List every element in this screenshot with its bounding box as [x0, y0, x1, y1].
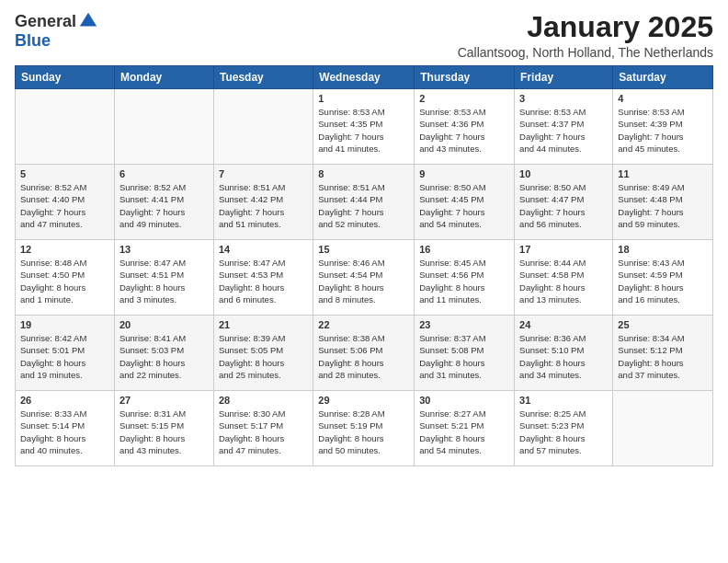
logo-blue-text: Blue [15, 31, 51, 51]
logo-general-text: General [15, 12, 76, 31]
day-number: 9 [419, 168, 509, 179]
calendar-cell-4-3: 29Sunrise: 8:28 AM Sunset: 5:19 PM Dayli… [313, 391, 415, 466]
day-number: 8 [318, 168, 409, 179]
day-number: 29 [318, 395, 409, 406]
subtitle: Callantsoog, North Holland, The Netherla… [458, 45, 713, 60]
header-sunday: Sunday [16, 66, 115, 89]
week-row-1: 1Sunrise: 8:53 AM Sunset: 4:35 PM Daylig… [16, 89, 713, 165]
day-info: Sunrise: 8:46 AM Sunset: 4:54 PM Dayligh… [318, 257, 409, 305]
calendar-cell-1-1: 6Sunrise: 8:52 AM Sunset: 4:41 PM Daylig… [114, 165, 213, 240]
calendar-cell-0-1 [114, 89, 213, 165]
day-number: 4 [618, 93, 708, 104]
day-info: Sunrise: 8:36 AM Sunset: 5:10 PM Dayligh… [519, 332, 608, 381]
day-number: 25 [618, 319, 708, 330]
day-number: 1 [318, 93, 409, 104]
day-info: Sunrise: 8:28 AM Sunset: 5:19 PM Dayligh… [318, 408, 409, 456]
page: General Blue January 2025 Callantsoog, N… [0, 0, 728, 563]
calendar: Sunday Monday Tuesday Wednesday Thursday… [15, 65, 713, 466]
day-number: 31 [519, 395, 608, 406]
day-info: Sunrise: 8:50 AM Sunset: 4:45 PM Dayligh… [419, 181, 509, 230]
day-info: Sunrise: 8:51 AM Sunset: 4:44 PM Dayligh… [318, 181, 409, 230]
calendar-cell-2-1: 13Sunrise: 8:47 AM Sunset: 4:51 PM Dayli… [114, 240, 213, 316]
day-info: Sunrise: 8:41 AM Sunset: 5:03 PM Dayligh… [119, 332, 209, 381]
logo: General [15, 11, 98, 31]
calendar-cell-1-4: 9Sunrise: 8:50 AM Sunset: 4:45 PM Daylig… [415, 165, 515, 240]
day-info: Sunrise: 8:39 AM Sunset: 5:05 PM Dayligh… [219, 332, 308, 381]
day-info: Sunrise: 8:34 AM Sunset: 5:12 PM Dayligh… [618, 332, 708, 381]
calendar-cell-4-2: 28Sunrise: 8:30 AM Sunset: 5:17 PM Dayli… [213, 391, 313, 466]
calendar-cell-0-5: 3Sunrise: 8:53 AM Sunset: 4:37 PM Daylig… [515, 89, 613, 165]
day-number: 7 [219, 168, 308, 179]
day-info: Sunrise: 8:37 AM Sunset: 5:08 PM Dayligh… [419, 332, 509, 381]
day-number: 24 [519, 319, 608, 330]
day-number: 26 [20, 395, 109, 406]
day-info: Sunrise: 8:42 AM Sunset: 5:01 PM Dayligh… [20, 332, 109, 381]
day-info: Sunrise: 8:53 AM Sunset: 4:35 PM Dayligh… [318, 106, 409, 155]
calendar-cell-0-6: 4Sunrise: 8:53 AM Sunset: 4:39 PM Daylig… [613, 89, 713, 165]
day-info: Sunrise: 8:53 AM Sunset: 4:39 PM Dayligh… [618, 106, 708, 155]
calendar-cell-1-5: 10Sunrise: 8:50 AM Sunset: 4:47 PM Dayli… [515, 165, 613, 240]
month-title: January 2025 [458, 11, 713, 43]
day-number: 21 [219, 319, 308, 330]
day-info: Sunrise: 8:50 AM Sunset: 4:47 PM Dayligh… [519, 181, 608, 230]
header-thursday: Thursday [415, 66, 515, 89]
calendar-cell-3-5: 24Sunrise: 8:36 AM Sunset: 5:10 PM Dayli… [515, 316, 613, 391]
calendar-cell-3-0: 19Sunrise: 8:42 AM Sunset: 5:01 PM Dayli… [16, 316, 115, 391]
calendar-cell-3-1: 20Sunrise: 8:41 AM Sunset: 5:03 PM Dayli… [114, 316, 213, 391]
calendar-cell-3-6: 25Sunrise: 8:34 AM Sunset: 5:12 PM Dayli… [613, 316, 713, 391]
header: General Blue January 2025 Callantsoog, N… [15, 11, 713, 60]
day-info: Sunrise: 8:27 AM Sunset: 5:21 PM Dayligh… [419, 408, 509, 456]
calendar-cell-3-3: 22Sunrise: 8:38 AM Sunset: 5:06 PM Dayli… [313, 316, 415, 391]
calendar-cell-3-2: 21Sunrise: 8:39 AM Sunset: 5:05 PM Dayli… [213, 316, 313, 391]
day-info: Sunrise: 8:48 AM Sunset: 4:50 PM Dayligh… [20, 257, 109, 305]
day-number: 18 [618, 244, 708, 255]
day-info: Sunrise: 8:43 AM Sunset: 4:59 PM Dayligh… [618, 257, 708, 305]
logo-area: General Blue [15, 11, 98, 51]
logo-icon [78, 11, 98, 31]
calendar-cell-3-4: 23Sunrise: 8:37 AM Sunset: 5:08 PM Dayli… [415, 316, 515, 391]
day-number: 23 [419, 319, 509, 330]
day-info: Sunrise: 8:33 AM Sunset: 5:14 PM Dayligh… [20, 408, 109, 456]
day-number: 3 [519, 93, 608, 104]
calendar-cell-4-6 [613, 391, 713, 466]
day-number: 22 [318, 319, 409, 330]
day-number: 17 [519, 244, 608, 255]
calendar-cell-4-5: 31Sunrise: 8:25 AM Sunset: 5:23 PM Dayli… [515, 391, 613, 466]
day-info: Sunrise: 8:49 AM Sunset: 4:48 PM Dayligh… [618, 181, 708, 230]
header-tuesday: Tuesday [213, 66, 313, 89]
week-row-4: 19Sunrise: 8:42 AM Sunset: 5:01 PM Dayli… [16, 316, 713, 391]
calendar-cell-2-4: 16Sunrise: 8:45 AM Sunset: 4:56 PM Dayli… [415, 240, 515, 316]
calendar-cell-1-0: 5Sunrise: 8:52 AM Sunset: 4:40 PM Daylig… [16, 165, 115, 240]
day-number: 13 [119, 244, 209, 255]
day-number: 6 [119, 168, 209, 179]
day-number: 2 [419, 93, 509, 104]
day-info: Sunrise: 8:53 AM Sunset: 4:36 PM Dayligh… [419, 106, 509, 155]
day-info: Sunrise: 8:52 AM Sunset: 4:40 PM Dayligh… [20, 181, 109, 230]
header-saturday: Saturday [613, 66, 713, 89]
day-number: 5 [20, 168, 109, 179]
title-area: January 2025 Callantsoog, North Holland,… [458, 11, 713, 60]
day-info: Sunrise: 8:31 AM Sunset: 5:15 PM Dayligh… [119, 408, 209, 456]
calendar-cell-0-4: 2Sunrise: 8:53 AM Sunset: 4:36 PM Daylig… [415, 89, 515, 165]
day-number: 15 [318, 244, 409, 255]
day-info: Sunrise: 8:52 AM Sunset: 4:41 PM Dayligh… [119, 181, 209, 230]
day-number: 14 [219, 244, 308, 255]
calendar-cell-2-6: 18Sunrise: 8:43 AM Sunset: 4:59 PM Dayli… [613, 240, 713, 316]
day-info: Sunrise: 8:44 AM Sunset: 4:58 PM Dayligh… [519, 257, 608, 305]
week-row-2: 5Sunrise: 8:52 AM Sunset: 4:40 PM Daylig… [16, 165, 713, 240]
header-friday: Friday [515, 66, 613, 89]
day-info: Sunrise: 8:53 AM Sunset: 4:37 PM Dayligh… [519, 106, 608, 155]
day-number: 20 [119, 319, 209, 330]
calendar-cell-0-3: 1Sunrise: 8:53 AM Sunset: 4:35 PM Daylig… [313, 89, 415, 165]
week-row-3: 12Sunrise: 8:48 AM Sunset: 4:50 PM Dayli… [16, 240, 713, 316]
day-number: 27 [119, 395, 209, 406]
calendar-cell-0-0 [16, 89, 115, 165]
calendar-cell-0-2 [213, 89, 313, 165]
calendar-cell-2-2: 14Sunrise: 8:47 AM Sunset: 4:53 PM Dayli… [213, 240, 313, 316]
header-wednesday: Wednesday [313, 66, 415, 89]
day-number: 30 [419, 395, 509, 406]
day-info: Sunrise: 8:25 AM Sunset: 5:23 PM Dayligh… [519, 408, 608, 456]
day-number: 11 [618, 168, 708, 179]
weekday-header-row: Sunday Monday Tuesday Wednesday Thursday… [16, 66, 713, 89]
calendar-cell-4-4: 30Sunrise: 8:27 AM Sunset: 5:21 PM Dayli… [415, 391, 515, 466]
